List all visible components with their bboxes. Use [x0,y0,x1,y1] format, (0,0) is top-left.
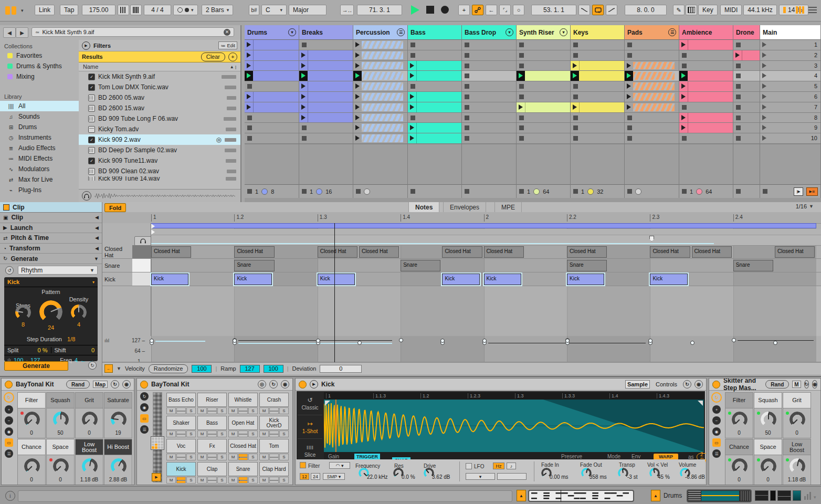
midi-note[interactable]: Kick [567,274,604,285]
section-pitch-time[interactable]: ⇄Pitch & Time◀ [0,233,102,244]
clip-slot[interactable] [353,71,407,81]
drum-pad-whistle[interactable]: WhistleMS [228,393,258,415]
clip-slot[interactable] [625,61,679,71]
nudge-down-icon[interactable] [118,5,129,15]
midi-note[interactable]: Closed Hat [775,246,815,258]
track-header[interactable]: Ambience [679,25,733,40]
follow-icon[interactable]: →‥ [340,5,354,15]
record-button[interactable] [441,6,449,14]
session-record-icon[interactable] [472,5,483,15]
frequency-value[interactable]: 22.0 kHz [367,474,387,480]
loop-length-field[interactable]: 8. 0. 0 [625,5,667,15]
hot-swap-icon[interactable]: ↻ [111,380,119,388]
add-filter-icon[interactable]: + [228,52,237,61]
tempo-field[interactable]: 175.00 [82,5,115,15]
velocity-marker[interactable] [482,339,487,343]
pattern-knob[interactable] [39,300,62,323]
knob[interactable] [761,458,776,474]
drum-pad-kick[interactable]: KickMS [166,462,196,484]
grid-resolution-menu[interactable]: 1/16▼ [796,203,814,209]
key-cell[interactable] [132,245,151,259]
clip-stop-slot[interactable] [625,133,679,144]
volvel-value[interactable]: 45 % [658,474,670,480]
clip-slot[interactable] [299,102,353,113]
clip-slot[interactable] [571,71,624,81]
clip-stop-slot[interactable] [462,123,516,133]
refresh-icon[interactable]: ↻ [269,380,278,388]
drum-pad-shaker[interactable]: ShakerMS [166,416,196,438]
pad-view-icon[interactable]: ▭ [140,414,149,423]
filter-drive-select[interactable]: SMP ▾ [323,473,345,480]
pad-mute-button[interactable]: M [259,454,269,460]
track-stop-button[interactable] [519,189,524,194]
clip-stop-slot[interactable] [679,61,733,71]
pad-solo-button[interactable]: S [248,477,258,484]
track-stop-button[interactable] [302,189,307,194]
file-row[interactable]: ✓Kick Mkit Synth 9.aif [79,71,240,82]
track-stop-button[interactable] [410,189,415,194]
tab-controls[interactable]: Controls [653,381,680,387]
clip-stop-slot[interactable] [733,61,760,71]
pad-solo-button[interactable]: S [248,407,258,414]
pad-play-button[interactable] [269,454,279,460]
eq2-thumb[interactable] [777,490,791,501]
track-stop-button[interactable] [247,189,252,194]
track-menu-list-icon[interactable]: ☰ [397,28,405,36]
clip-slot[interactable] [408,92,461,102]
clip-stop-slot[interactable] [571,92,624,102]
midi-note[interactable]: Kick [151,274,188,285]
clip-stop-slot[interactable] [299,40,353,50]
knob[interactable] [790,412,805,427]
clip-stop-slot[interactable] [679,133,733,144]
clip-slot[interactable] [245,40,299,50]
clip-slot[interactable] [299,81,353,92]
midi-note[interactable]: Snare [401,260,440,271]
collection-item-drums-synths[interactable]: Drums & Synths [0,61,79,71]
file-row[interactable]: ✓Tom Low DMX Tonic.wav [79,82,240,92]
drum-pad-kick-overd[interactable]: Kick OverDMS [259,416,289,438]
pad-solo-button[interactable]: S [217,430,227,437]
pad-solo-button[interactable]: S [279,454,289,460]
res-value[interactable]: 0.0 % [402,474,415,480]
pad-mute-button[interactable]: M [197,430,207,437]
pad-solo-button[interactable]: S [217,477,227,484]
clip-stop-slot[interactable] [245,123,299,133]
clip-slot[interactable] [245,50,299,61]
pad-mute-button[interactable]: M [228,454,238,460]
drum-pad-tom[interactable]: TomMS [259,439,289,461]
clip-stop-slot[interactable] [517,133,570,144]
track-stop-button[interactable] [465,189,469,194]
clip-stop-slot[interactable] [462,92,516,102]
clip-stop-slot[interactable] [733,81,760,92]
punch-in-icon[interactable] [578,5,590,15]
fold-button[interactable]: Fold [104,203,126,212]
sidebar-item-drums[interactable]: ⊞Drums [0,122,79,132]
meter-icon[interactable]: ▾ [804,492,816,500]
drum-pad-clap[interactable]: ClapMS [197,462,227,484]
pad-mute-button[interactable]: M [166,454,176,460]
clip-overview[interactable] [528,490,634,502]
midi-note[interactable]: Snare [733,260,773,271]
pad-mute-button[interactable]: M [228,477,238,484]
file-row[interactable]: BD Deep Dr Sample 02.wav [79,145,240,155]
sidebar-item-instruments[interactable]: ◷Instruments [0,132,79,143]
pad-solo-button[interactable]: S [248,454,258,460]
clip-slot[interactable] [625,81,679,92]
automation-reenable-icon[interactable]: ○ [513,5,524,15]
clip-stop-slot[interactable] [245,133,299,144]
clip-slot[interactable] [353,133,407,144]
clear-search-icon[interactable]: ✕ [224,29,230,36]
clip-slot[interactable] [245,102,299,113]
sidebar-item-max-for-live[interactable]: ⇄Max for Live [0,174,79,185]
drum-pad-fx[interactable]: FxMS [197,439,227,461]
scene-slot[interactable]: 9 [760,123,820,133]
sidebar-item-sounds[interactable]: ♫Sounds [0,111,79,122]
scene-slot[interactable]: 1 [760,40,820,50]
pad-play-button[interactable] [269,430,279,437]
track-stop-button[interactable] [573,189,578,194]
ramp-from-field[interactable]: 127 [240,365,260,373]
randomize-amount-field[interactable]: 100 [192,365,212,373]
drum-pad-bass[interactable]: BassMS [197,416,227,438]
clip-stop-slot[interactable] [462,71,516,81]
pad-play-button[interactable] [207,430,217,437]
